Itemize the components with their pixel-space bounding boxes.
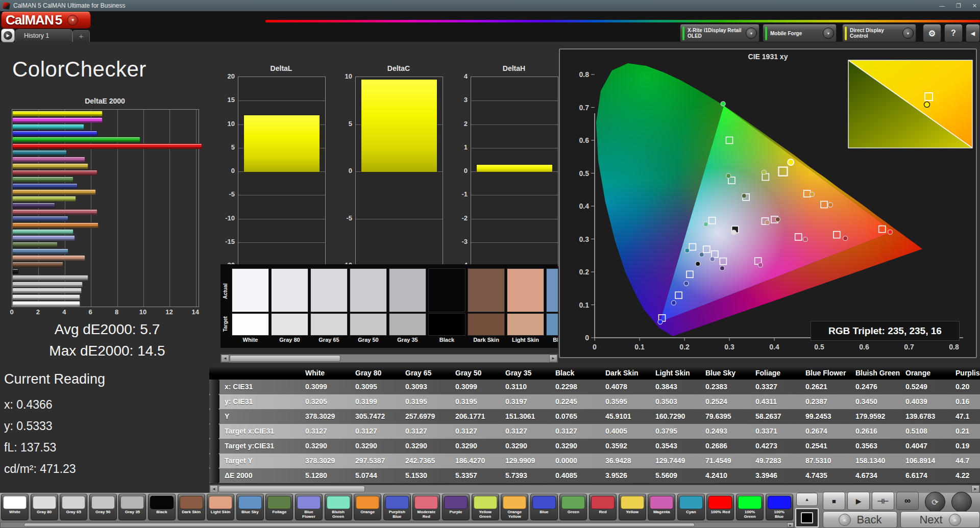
actual-swatch [271, 268, 308, 312]
pattern-button-gray-35[interactable]: Gray 35 [118, 494, 146, 520]
tab-history-1[interactable]: History 1 [15, 29, 72, 42]
scrollbar-thumb[interactable] [24, 523, 695, 527]
chevron-down-icon[interactable]: ▼ [67, 15, 78, 26]
source-dropdown[interactable]: Mobile Forge ▼ [763, 24, 837, 42]
pattern-label: Bluish Green [325, 510, 352, 519]
chevron-down-icon[interactable]: ▼ [746, 28, 757, 39]
meter-dropdown[interactable]: X-Rite i1Display Retail OLED ▼ [680, 24, 760, 42]
workflow-nav-button[interactable]: ▶ [1, 29, 15, 42]
pattern-button-100%-red[interactable]: 100% Red [706, 494, 734, 520]
pattern-up-button[interactable]: ▲ [796, 493, 818, 506]
target-swatch [389, 313, 426, 336]
logo-version: 5 [55, 12, 62, 28]
pattern-button-cyan[interactable]: Cyan [677, 494, 705, 520]
stop-button[interactable]: ■ [823, 492, 845, 510]
deltae-bar-bluish-green [12, 229, 74, 235]
pattern-label: Purplish Blue [384, 510, 410, 519]
gridline [169, 110, 170, 307]
pattern-button-orange[interactable]: Orange [354, 494, 381, 520]
pattern-button-foliage[interactable]: Foliage [265, 494, 293, 520]
pattern-button-yellow-green[interactable]: Yellow Green [472, 494, 499, 520]
table-cell: 4.22 [953, 468, 980, 483]
title-bar: CalMAN 5 CalMAN Ultimate for Business — … [0, 0, 980, 11]
minimize-button[interactable]: — [939, 0, 945, 11]
pattern-button-purplish-blue[interactable]: Purplish Blue [383, 494, 411, 520]
pattern-button-yellow[interactable]: Yellow [619, 494, 646, 520]
pattern-button-bluish-green[interactable]: Bluish Green [325, 494, 352, 520]
pattern-button-blue-flower[interactable]: Blue Flower [295, 494, 323, 520]
pattern-button-gray-50[interactable]: Gray 50 [89, 494, 117, 520]
chevron-down-icon[interactable]: ▼ [823, 28, 834, 39]
play-button[interactable]: ▶ [847, 492, 870, 510]
scroll-right-icon[interactable]: ► [787, 522, 794, 527]
pattern-label: Blue Flower [296, 510, 322, 519]
pattern-window-button[interactable] [795, 508, 819, 527]
pattern-button-green[interactable]: Green [559, 494, 587, 520]
target-swatch [232, 313, 269, 336]
display-dropdown-label: Direct Display Control [850, 28, 902, 39]
refresh-button[interactable]: ⟳ [925, 492, 945, 512]
calman-logo-menu[interactable]: CalMAN 5 ▼ [1, 12, 91, 29]
help-button[interactable]: ? [944, 24, 963, 42]
collapse-toolbar-button[interactable]: ◀ [966, 24, 980, 42]
pattern-button-black[interactable]: Black [148, 494, 176, 520]
table-cell: 0.4273 [753, 439, 803, 454]
range-measure-button[interactable]: ⊣⊢ [872, 492, 894, 510]
back-button[interactable]: « Back [823, 511, 897, 528]
back-label: Back [857, 513, 882, 526]
table-cell: 0.3127 [453, 424, 503, 439]
settings-button[interactable]: ⚙ [923, 24, 941, 42]
y-tick-label: -2 [435, 214, 468, 222]
table-cell: 0.3197 [503, 394, 553, 409]
pattern-button-red[interactable]: Red [589, 494, 617, 520]
scrollbar-thumb[interactable] [230, 355, 340, 362]
scroll-right-icon[interactable]: ► [549, 355, 557, 362]
gridline [471, 219, 558, 219]
maximize-button[interactable]: ❐ [956, 0, 961, 11]
chevron-down-icon[interactable]: ▼ [902, 28, 914, 39]
pattern-button-blue[interactable]: Blue [530, 494, 558, 520]
source-dropdown-label: Mobile Forge [770, 31, 823, 36]
pattern-button-white[interactable]: White [1, 494, 29, 520]
pattern-label: 100% Blue [766, 510, 793, 519]
pattern-button-100%-green[interactable]: 100% Green [736, 494, 764, 520]
scroll-left-icon[interactable]: ◄ [210, 485, 218, 493]
measured-point-blue-flower [710, 257, 715, 262]
pattern-button-gray-65[interactable]: Gray 65 [60, 494, 87, 520]
pattern-button-100%-blue[interactable]: 100% Blue [766, 494, 793, 520]
scrollbar-thumb[interactable] [218, 486, 365, 492]
column-header: Gray 65 [403, 366, 453, 380]
scroll-left-icon[interactable]: ◄ [221, 355, 229, 362]
deltae-bar-gray-50 [12, 282, 83, 287]
display-control-dropdown[interactable]: Direct Display Control ▼ [842, 24, 916, 42]
pattern-button-moderate-red[interactable]: Moderate Red [412, 494, 440, 520]
next-button[interactable]: Next » [900, 511, 980, 528]
table-cell: 0.3127 [553, 424, 603, 439]
aux-round-button[interactable] [951, 492, 972, 512]
continuous-measure-button[interactable]: ∞ [896, 492, 919, 510]
swatch-column-blue-sky: Blue Sky [546, 268, 558, 343]
pattern-button-gray-80[interactable]: Gray 80 [31, 494, 58, 520]
pattern-button-light-skin[interactable]: Light Skin [207, 494, 234, 520]
table-cell: 47.1 [953, 409, 980, 424]
pattern-list-scrollbar[interactable]: ► [0, 522, 794, 528]
svg-text:0.3: 0.3 [724, 343, 734, 351]
pattern-button-dark-skin[interactable]: Dark Skin [178, 494, 205, 520]
pattern-button-magenta[interactable]: Magenta [648, 494, 675, 520]
scroll-right-icon[interactable]: ► [971, 485, 979, 493]
pattern-button-blue-sky[interactable]: Blue Sky [236, 494, 264, 520]
meter-status-indicator [682, 27, 684, 40]
deltae-bar-100-red [12, 143, 202, 149]
table-cell: 0.3127 [403, 424, 453, 439]
swatch-strip-scrollbar[interactable]: ◄ ► [220, 354, 558, 363]
pattern-button-purple[interactable]: Purple [442, 494, 470, 520]
refresh-icon: ⟳ [932, 497, 938, 507]
bar-deltaH [476, 164, 553, 172]
add-tab-button[interactable]: + [72, 30, 90, 42]
close-button[interactable]: ✕ [972, 0, 977, 11]
row-handle [209, 366, 219, 380]
cie-1931-panel: 00.10.20.30.40.50.60.70.800.10.20.30.40.… [559, 48, 977, 358]
table-cell: 305.7472 [353, 409, 403, 424]
table-row: y: CIE310.32050.31990.31950.31950.31970.… [209, 394, 980, 409]
pattern-button-orange-yellow[interactable]: Orange Yellow [501, 494, 528, 520]
